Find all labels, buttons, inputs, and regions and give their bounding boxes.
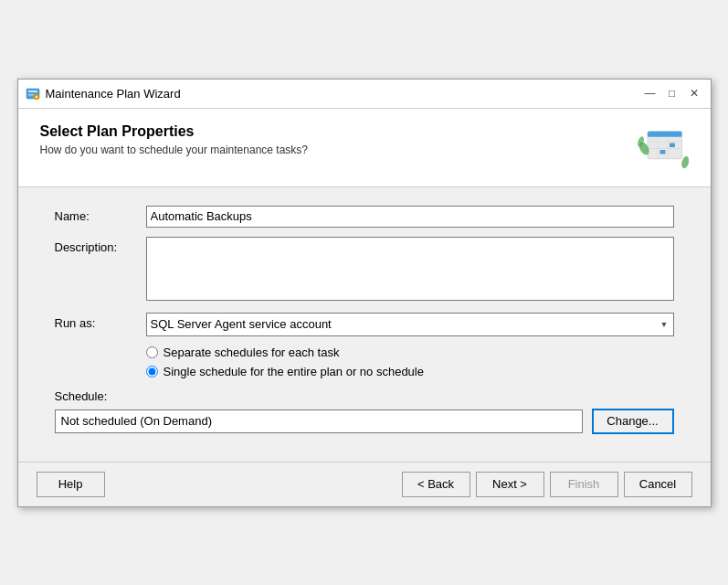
- title-bar: Maintenance Plan Wizard — □ ✕: [18, 80, 711, 109]
- window-title: Maintenance Plan Wizard: [46, 87, 181, 101]
- main-window: Maintenance Plan Wizard — □ ✕ Select Pla…: [17, 79, 712, 507]
- svg-rect-1: [28, 90, 37, 92]
- page-subtitle: How do you want to schedule your mainten…: [40, 144, 309, 156]
- back-button[interactable]: < Back: [402, 472, 470, 497]
- runas-select-wrapper: SQL Server Agent service account: [146, 313, 674, 336]
- description-row: Description:: [55, 237, 674, 303]
- schedule-section: Schedule: Change...: [55, 389, 674, 434]
- minimize-button[interactable]: —: [641, 84, 659, 102]
- name-row: Name:: [55, 206, 674, 228]
- svg-rect-2: [28, 94, 34, 96]
- footer-left: Help: [37, 472, 105, 497]
- radio-single[interactable]: [146, 366, 158, 378]
- radio-separate-label[interactable]: Separate schedules for each task: [164, 346, 340, 359]
- svg-rect-10: [670, 143, 675, 147]
- svg-rect-11: [659, 150, 665, 154]
- runas-row: Run as: SQL Server Agent service account: [55, 313, 674, 336]
- schedule-label: Schedule:: [55, 389, 674, 403]
- help-button[interactable]: Help: [37, 472, 105, 497]
- schedule-row: Change...: [55, 409, 674, 434]
- finish-button[interactable]: Finish: [550, 472, 618, 497]
- svg-rect-5: [648, 131, 682, 136]
- description-input[interactable]: [146, 237, 674, 301]
- header-illustration: [634, 123, 689, 174]
- schedule-input[interactable]: [55, 410, 583, 433]
- runas-label: Run as:: [55, 313, 146, 330]
- radio-separate[interactable]: [146, 346, 158, 358]
- runas-select[interactable]: SQL Server Agent service account: [146, 313, 674, 336]
- close-button[interactable]: ✕: [685, 84, 703, 102]
- description-label: Description:: [55, 237, 146, 254]
- content-area: Name: Description: Run as: SQL Server Ag…: [18, 187, 711, 443]
- next-button[interactable]: Next >: [476, 472, 544, 497]
- window-icon: [26, 86, 40, 101]
- change-button[interactable]: Change...: [592, 409, 674, 434]
- radio-group: Separate schedules for each task Single …: [146, 346, 674, 378]
- page-title: Select Plan Properties: [40, 123, 309, 140]
- title-bar-left: Maintenance Plan Wizard: [26, 86, 181, 101]
- title-bar-controls: — □ ✕: [641, 84, 703, 102]
- footer-right: < Back Next > Finish Cancel: [402, 472, 692, 497]
- radio-row-single: Single schedule for the entire plan or n…: [146, 365, 674, 378]
- name-input[interactable]: [146, 206, 674, 228]
- radio-row-separate: Separate schedules for each task: [146, 346, 674, 359]
- footer: Help < Back Next > Finish Cancel: [18, 462, 711, 506]
- runas-control: SQL Server Agent service account: [146, 313, 674, 336]
- description-control: [146, 237, 674, 303]
- header-section: Select Plan Properties How do you want t…: [18, 109, 711, 187]
- name-control: [146, 206, 674, 228]
- cancel-button[interactable]: Cancel: [624, 472, 692, 497]
- header-text: Select Plan Properties How do you want t…: [40, 123, 309, 156]
- name-label: Name:: [55, 206, 146, 223]
- maximize-button[interactable]: □: [663, 84, 681, 102]
- radio-single-label[interactable]: Single schedule for the entire plan or n…: [164, 365, 424, 378]
